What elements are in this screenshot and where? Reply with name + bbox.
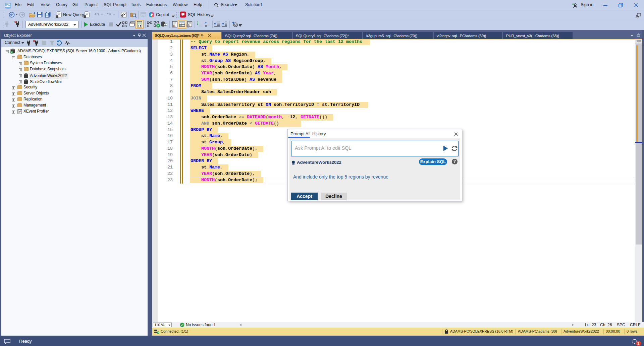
svg-text:01: 01: [187, 25, 190, 27]
svg-text:01: 01: [173, 25, 176, 27]
svg-text:01: 01: [179, 24, 182, 26]
